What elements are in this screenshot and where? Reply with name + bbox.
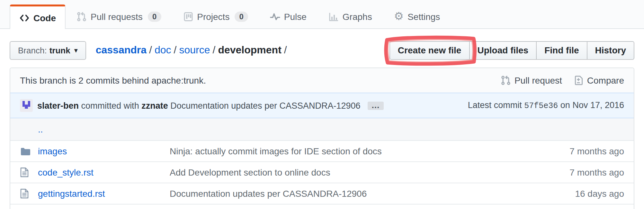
breadcrumb-source-link[interactable]: source (179, 44, 210, 55)
file-icon (20, 167, 38, 177)
table-row: images Ninja: actually commit images for… (10, 140, 634, 161)
breadcrumb-current: development (218, 44, 281, 55)
find-file-button[interactable]: Find file (536, 41, 587, 59)
breadcrumb-separator: / (282, 44, 290, 55)
breadcrumb-separator: / (147, 44, 155, 55)
history-button[interactable]: History (587, 41, 634, 59)
commit-message-link[interactable]: Add Development section to online docs (170, 167, 330, 177)
tab-settings[interactable]: ⚙ Settings (383, 5, 451, 28)
pull-request-icon (501, 75, 511, 86)
tab-pulse[interactable]: Pulse (259, 5, 318, 28)
compare-label: Compare (587, 75, 624, 86)
gear-icon: ⚙ (394, 11, 404, 22)
tab-label: Settings (407, 11, 440, 22)
avatar[interactable] (20, 99, 33, 112)
folder-icon (20, 146, 38, 156)
upload-files-button[interactable]: Upload files (469, 41, 537, 59)
file-navigation: Branch: trunk ▾ cassandra/doc/source/dev… (0, 41, 644, 60)
tab-code[interactable]: Code (10, 5, 66, 29)
latest-commit-prefix: Latest commit (468, 100, 522, 110)
github-repo-page: Code Pull requests 0 Projects 0 Pulse (0, 0, 644, 209)
file-name-link[interactable]: code_style.rst (38, 167, 94, 177)
pull-request-link[interactable]: Pull request (501, 75, 562, 86)
pulse-icon (270, 11, 280, 22)
code-icon (19, 13, 30, 23)
branch-name: trunk (49, 45, 70, 55)
breadcrumb-separator: / (210, 44, 218, 55)
commit-coauthor[interactable]: zznate (141, 101, 168, 110)
pull-request-icon (76, 11, 87, 22)
project-icon (183, 11, 193, 22)
branch-status-text: This branch is 2 commits behind apache:t… (20, 75, 206, 86)
file-action-buttons: Create new file Upload files Find file H… (389, 41, 634, 59)
compare-link[interactable]: Compare (574, 75, 624, 86)
commit-expand-button[interactable]: … (368, 101, 384, 110)
pull-requests-count: 0 (148, 11, 161, 22)
commit-message-link[interactable]: Documentation updates per CASSANDRA-1290… (170, 188, 367, 199)
table-row-partial (10, 204, 634, 209)
tab-projects[interactable]: Projects 0 (172, 5, 259, 28)
branch-infobar: This branch is 2 commits behind apache:t… (10, 68, 634, 93)
infobar-actions: Pull request Compare (501, 75, 624, 86)
breadcrumb-separator: / (171, 44, 179, 55)
commit-author[interactable]: slater-ben (37, 101, 79, 110)
branch-prefix: Branch: (18, 45, 47, 55)
create-new-file-button[interactable]: Create new file (389, 41, 470, 59)
table-row: gettingstarted.rst Documentation updates… (10, 183, 634, 204)
file-age: 16 days ago (528, 188, 624, 199)
tab-label: Pull requests (91, 11, 143, 22)
commit-tease: slater-ben committed with zznate Documen… (10, 93, 634, 118)
tab-label: Code (33, 13, 56, 23)
file-browser-box: This branch is 2 commits behind apache:t… (10, 68, 634, 209)
chevron-down-icon: ▾ (74, 46, 78, 54)
latest-commit-info: Latest commit 57f5e36 on Nov 17, 2016 (468, 100, 624, 111)
file-age: 7 months ago (528, 146, 624, 156)
breadcrumb-repo-link[interactable]: cassandra (96, 44, 147, 55)
breadcrumb-doc-link[interactable]: doc (155, 44, 171, 55)
tab-label: Graphs (343, 11, 372, 22)
tab-label: Pulse (284, 11, 307, 22)
parent-directory-link[interactable]: .. (38, 124, 43, 134)
commit-message-link[interactable]: Documentation updates per CASSANDRA-1290… (170, 101, 360, 110)
table-row: code_style.rst Add Development section t… (10, 161, 634, 183)
file-name-link[interactable]: gettingstarted.rst (38, 188, 105, 199)
file-name-link[interactable]: images (38, 146, 67, 156)
repo-nav: Code Pull requests 0 Projects 0 Pulse (0, 0, 644, 29)
pull-request-label: Pull request (514, 75, 562, 86)
commit-committed-with: committed with (81, 101, 139, 110)
latest-commit-date: on Nov 17, 2016 (560, 100, 624, 110)
diff-icon (574, 75, 584, 86)
file-icon (20, 188, 38, 199)
commit-message-link[interactable]: Ninja: actually commit images for IDE se… (170, 146, 382, 156)
tab-label: Projects (197, 11, 229, 22)
projects-count: 0 (235, 11, 248, 22)
commit-summary: slater-ben committed with zznate Documen… (37, 101, 361, 110)
table-row-up: .. (10, 118, 634, 140)
file-age: 7 months ago (528, 167, 624, 177)
branch-select-button[interactable]: Branch: trunk ▾ (10, 41, 86, 59)
commit-sha-link[interactable]: 57f5e36 (524, 102, 558, 111)
graph-icon (328, 11, 339, 22)
tab-pull-requests[interactable]: Pull requests 0 (66, 5, 172, 28)
breadcrumb: cassandra/doc/source/development/ (96, 44, 389, 56)
tab-graphs[interactable]: Graphs (318, 5, 383, 28)
